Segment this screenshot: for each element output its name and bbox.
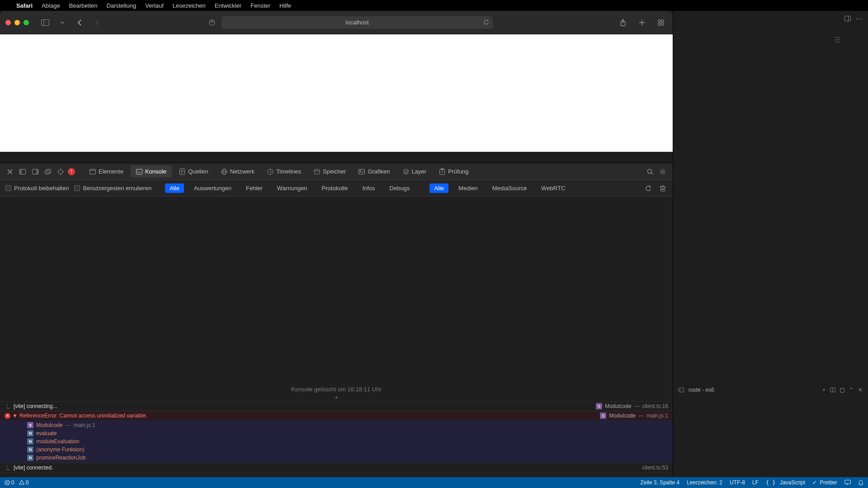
console-log-row[interactable]: ⎿ [vite] connecting... S Modulcode — cli… — [0, 401, 673, 411]
tab-graphics[interactable]: Grafiken — [353, 165, 395, 178]
filter-debugs[interactable]: Debugs — [385, 183, 415, 193]
tab-audit[interactable]: Prüfung — [434, 165, 474, 178]
status-warnings[interactable]: 0 — [19, 479, 29, 486]
menu-edit[interactable]: Bearbeiten — [69, 2, 98, 9]
status-language[interactable]: { } JavaScript — [766, 479, 805, 486]
editor-titlebar-controls: ⋯ — [673, 11, 868, 26]
error-stack-trace: S Modulcode — main.js:1 N evaluate N mod… — [0, 420, 673, 463]
status-eol[interactable]: LF — [752, 479, 759, 486]
terminal-tab-bar: node - es6 + ⌃ ✕ — [673, 383, 868, 397]
log-source[interactable]: S Modulcode — client.ts:16 — [596, 403, 668, 409]
tab-group-dropdown[interactable] — [56, 16, 69, 29]
status-feedback-icon[interactable] — [844, 480, 851, 485]
hamburger-icon[interactable]: ☰ — [835, 36, 841, 44]
filter-infos[interactable]: Infos — [358, 183, 379, 193]
filter-mediasource[interactable]: MediaSource — [488, 183, 532, 193]
menu-bookmarks[interactable]: Lesezeichen — [173, 2, 206, 9]
disclosure-triangle-icon[interactable]: ▼ — [12, 413, 18, 419]
search-button[interactable] — [645, 166, 656, 177]
maximize-window-button[interactable] — [24, 20, 29, 25]
close-inspector-button[interactable] — [5, 166, 15, 177]
dock-right-button[interactable] — [30, 166, 41, 177]
status-cursor-position[interactable]: Zeile 3, Spalte 4 — [640, 479, 679, 486]
menu-history[interactable]: Verlauf — [145, 2, 163, 9]
forward-button[interactable] — [90, 16, 103, 29]
filter-media[interactable]: Medien — [454, 183, 482, 193]
minimize-window-button[interactable] — [14, 20, 20, 25]
new-tab-button[interactable] — [636, 16, 648, 29]
error-source[interactable]: S Modulcode — main.js:1 — [600, 413, 668, 419]
split-terminal-button[interactable] — [830, 388, 835, 392]
filter-logs[interactable]: Protokolle — [317, 183, 353, 193]
filter-warnings[interactable]: Warnungen — [273, 183, 312, 193]
status-encoding[interactable]: UTF-8 — [730, 479, 745, 486]
menu-window[interactable]: Fenster — [250, 2, 270, 9]
filter-errors[interactable]: Fehler — [241, 183, 267, 193]
stack-frame[interactable]: N promiseReactionJob — [23, 454, 673, 462]
svg-line-44 — [651, 173, 653, 174]
tab-elements[interactable]: Elemente — [84, 165, 129, 178]
emulate-gestures-checkbox[interactable]: Benutzergesten emulieren — [74, 185, 151, 192]
preserve-log-checkbox[interactable]: Protokoll beibehalten — [5, 185, 69, 192]
reload-console-button[interactable] — [644, 184, 653, 193]
settings-button[interactable] — [657, 166, 668, 177]
status-errors[interactable]: 0 — [5, 479, 14, 486]
svg-rect-8 — [661, 20, 664, 22]
status-bell-icon[interactable] — [858, 480, 863, 486]
app-menu[interactable]: Safari — [16, 2, 33, 9]
layout-button[interactable] — [844, 16, 851, 21]
log-indent-icon: ⎿ — [5, 465, 11, 470]
tab-layers[interactable]: Layer — [397, 165, 432, 178]
tab-sources[interactable]: Quellen — [174, 165, 214, 178]
svg-rect-0 — [42, 19, 49, 25]
tab-timelines[interactable]: Timelines — [262, 165, 307, 178]
window-controls — [5, 20, 29, 25]
layers-icon — [403, 169, 409, 175]
stack-frame[interactable]: N moduleEvaluation — [23, 437, 673, 446]
filter-media-all[interactable]: Alle — [429, 183, 448, 193]
error-badge[interactable]: ! — [68, 168, 75, 175]
svg-line-37 — [270, 172, 272, 173]
kill-terminal-button[interactable] — [840, 387, 844, 393]
tab-storage[interactable]: Speicher — [308, 165, 351, 178]
share-button[interactable] — [617, 16, 629, 29]
stack-frame[interactable]: S Modulcode — main.js:1 — [23, 421, 673, 429]
error-message: ReferenceError: Cannot access uninitiali… — [19, 413, 600, 419]
editor-status-bar: 0 0 Zeile 3, Spalte 4 Leerzeichen: 2 UTF… — [0, 477, 868, 488]
status-prettier[interactable]: ✓ Prettier — [812, 479, 837, 486]
terminal-up-button[interactable]: ⌃ — [849, 387, 854, 393]
reload-icon[interactable] — [483, 19, 489, 25]
tab-network[interactable]: Netzwerk — [216, 165, 260, 178]
tab-overview-button[interactable] — [655, 16, 667, 29]
stack-frame[interactable]: N (anonyme Funktion) — [23, 446, 673, 454]
tab-console[interactable]: Konsole — [131, 165, 172, 178]
filter-evals[interactable]: Auswertungen — [189, 183, 236, 193]
terminal-tab-label[interactable]: node - es6 — [689, 387, 714, 393]
menu-help[interactable]: Hilfe — [279, 2, 291, 9]
status-indent[interactable]: Leerzeichen: 2 — [687, 479, 722, 486]
privacy-report-icon[interactable] — [209, 19, 215, 26]
clear-console-button[interactable] — [658, 184, 667, 193]
filter-all[interactable]: Alle — [165, 183, 184, 193]
svg-rect-57 — [840, 389, 844, 393]
close-window-button[interactable] — [5, 20, 11, 25]
log-source[interactable]: client.ts:53 — [642, 465, 668, 471]
address-bar[interactable]: localhost — [222, 16, 493, 29]
element-picker-button[interactable] — [55, 166, 66, 177]
stack-frame[interactable]: N evaluate — [23, 429, 673, 437]
console-error-row[interactable]: ✕ ▼ ReferenceError: Cannot access uninit… — [0, 411, 673, 420]
close-panel-button[interactable]: ✕ — [858, 387, 863, 393]
menu-file[interactable]: Ablage — [42, 2, 60, 9]
storage-icon — [314, 169, 320, 175]
sidebar-toggle-button[interactable] — [39, 16, 52, 29]
filter-webrtc[interactable]: WebRTC — [537, 183, 570, 193]
console-log-row[interactable]: ⎿ [vite] connected. client.ts:53 — [0, 463, 673, 472]
menu-developer[interactable]: Entwickler — [215, 2, 241, 9]
back-button[interactable] — [73, 16, 86, 29]
terminal-icon — [679, 388, 684, 392]
new-terminal-button[interactable]: + — [822, 387, 826, 393]
menu-view[interactable]: Darstellung — [107, 2, 137, 9]
more-button[interactable]: ⋯ — [855, 14, 863, 23]
dock-left-button[interactable] — [17, 166, 28, 177]
dock-popout-button[interactable] — [42, 166, 53, 177]
